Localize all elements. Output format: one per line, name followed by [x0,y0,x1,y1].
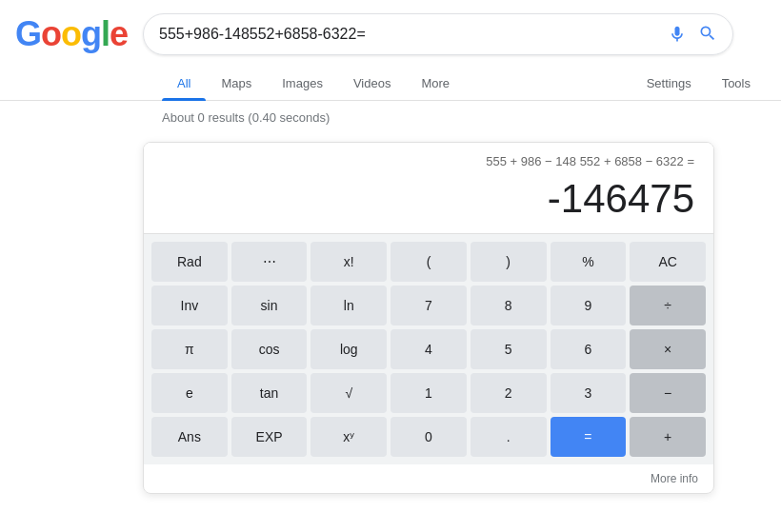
nav-item-settings[interactable]: Settings [631,67,707,100]
results-info: About 0 results (0.40 seconds) [0,101,781,134]
calc-btn-sin[interactable]: sin [231,286,308,325]
calc-btn-xy[interactable]: xʸ [310,417,387,457]
search-bar [143,13,733,55]
calc-btn-equals[interactable]: = [551,417,627,457]
google-logo: Google [15,14,128,54]
calc-btn-5[interactable]: 5 [471,329,547,369]
logo-o1: o [41,14,61,53]
calc-btn-ans[interactable]: Ans [151,417,228,457]
calc-btn-log[interactable]: log [310,329,387,369]
calc-btn-1[interactable]: 1 [390,373,467,413]
search-icons [668,24,717,46]
nav-item-maps[interactable]: Maps [206,67,267,100]
calc-btn-e[interactable]: e [151,373,228,413]
logo-g2: g [81,14,101,53]
calc-btn-9[interactable]: 9 [551,286,627,325]
calc-btn-sqrt[interactable]: √ [310,373,387,413]
search-input[interactable] [159,26,668,43]
calc-btn-rad[interactable]: Rad [151,242,228,282]
calc-btn-divide[interactable]: ÷ [630,286,706,325]
calc-btn-minus[interactable]: − [630,373,706,413]
calc-buttons: Rad⋯x!()%ACInvsinln789÷πcoslog456×etan√1… [144,234,713,464]
logo-e: e [110,14,128,53]
calc-btn-7[interactable]: 7 [390,286,467,325]
logo-g: G [15,14,41,53]
calc-btn-tan[interactable]: tan [231,373,308,413]
calc-btn-0[interactable]: 0 [390,417,467,457]
calc-btn-cos[interactable]: cos [231,329,308,369]
calc-btn-4[interactable]: 4 [390,329,467,369]
calc-btn-lparen[interactable]: ( [390,242,467,282]
search-button[interactable] [698,24,717,46]
calc-btn-rparen[interactable]: ) [471,242,547,282]
more-info: More info [144,464,713,493]
calculator: 555 + 986 − 148 552 + 6858 − 6322 = -146… [143,142,714,494]
calc-expression: 555 + 986 − 148 552 + 6858 − 6322 = [144,143,713,172]
nav-item-more[interactable]: More [406,67,465,100]
more-info-link[interactable]: More info [651,472,698,485]
nav-item-all[interactable]: All [162,67,206,100]
calc-btn-percent[interactable]: % [551,242,627,282]
calc-result: -146475 [144,172,713,234]
calc-btn-dot[interactable]: . [471,417,547,457]
calc-btn-exp[interactable]: EXP [231,417,308,457]
calc-btn-3[interactable]: 3 [551,373,627,413]
calc-btn-6[interactable]: 6 [551,329,627,369]
nav-right: Settings Tools [631,67,781,100]
calc-btn-factorial[interactable]: x! [310,242,387,282]
calc-btn-ln[interactable]: ln [310,286,387,325]
logo-o2: o [61,14,81,53]
calc-btn-8[interactable]: 8 [471,286,547,325]
calc-btn-inv[interactable]: Inv [151,286,228,325]
nav-item-images[interactable]: Images [267,67,338,100]
calc-btn-pi[interactable]: π [151,329,228,369]
calc-btn-multiply[interactable]: × [630,329,706,369]
calc-btn-2[interactable]: 2 [471,373,547,413]
nav-item-videos[interactable]: Videos [338,67,407,100]
calc-btn-ac[interactable]: AC [630,242,706,282]
nav: All Maps Images Videos More Settings Too… [0,59,781,101]
logo-l: l [101,14,110,53]
mic-icon[interactable] [668,25,687,44]
calc-btn-grid[interactable]: ⋯ [231,242,308,282]
nav-item-tools[interactable]: Tools [707,67,766,100]
calc-btn-plus[interactable]: + [630,417,706,457]
header: Google [0,0,781,55]
